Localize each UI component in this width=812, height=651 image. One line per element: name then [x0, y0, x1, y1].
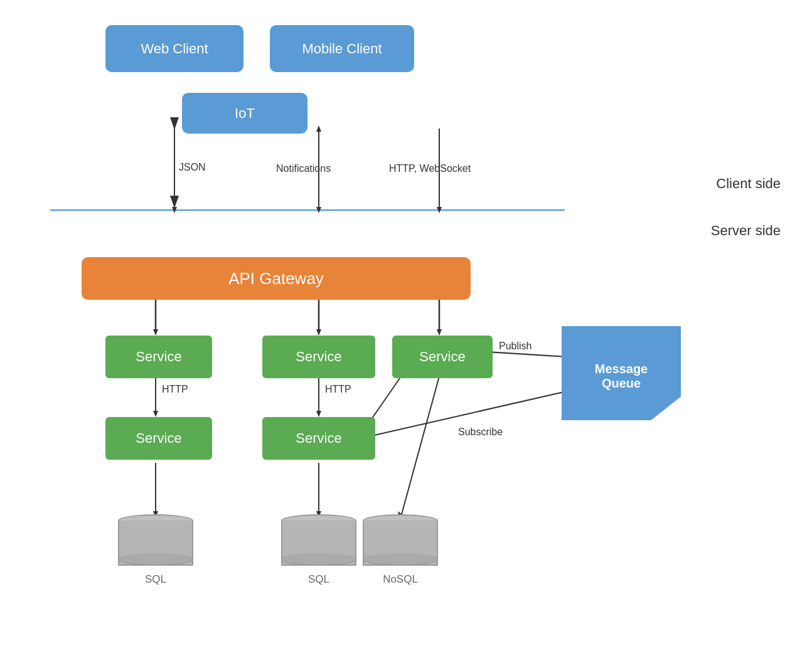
svg-marker-21 [316, 411, 321, 417]
svg-marker-11 [437, 207, 442, 213]
service-box-3: Service [392, 336, 493, 378]
mobile-client-box: Mobile Client [270, 25, 414, 72]
service-box-5: Service [262, 417, 375, 460]
svg-marker-9 [316, 207, 321, 213]
notifications-label: Notifications [276, 163, 331, 174]
http-label-1: HTTP [162, 384, 188, 395]
svg-line-26 [402, 376, 439, 514]
svg-marker-6 [172, 207, 177, 213]
http-websocket-label: HTTP, WebSocket [389, 163, 471, 174]
service-box-2: Service [262, 336, 375, 378]
diagram-container: Web Client Mobile Client IoT Client side… [0, 0, 812, 651]
message-queue-box: Message Queue [562, 326, 681, 420]
service-box-4: Service [105, 417, 212, 460]
svg-marker-13 [153, 329, 158, 336]
db-sql-2: SQL [281, 514, 356, 586]
service-box-1: Service [105, 336, 212, 378]
publish-label: Publish [499, 341, 532, 352]
db-sql-1: SQL [118, 514, 193, 586]
svg-marker-17 [437, 329, 442, 336]
subscribe-label: Subscribe [458, 426, 503, 438]
iot-box: IoT [182, 93, 307, 134]
db-nosql: NoSQL [363, 514, 438, 586]
client-side-label: Client side [716, 176, 781, 192]
svg-marker-8 [316, 125, 321, 132]
web-client-box: Web Client [105, 25, 243, 72]
svg-marker-15 [316, 329, 321, 336]
api-gateway-box: API Gateway [82, 257, 471, 300]
http-label-2: HTTP [325, 384, 351, 395]
svg-marker-19 [153, 411, 158, 417]
json-label: JSON [179, 162, 206, 173]
server-side-label: Server side [711, 223, 781, 239]
